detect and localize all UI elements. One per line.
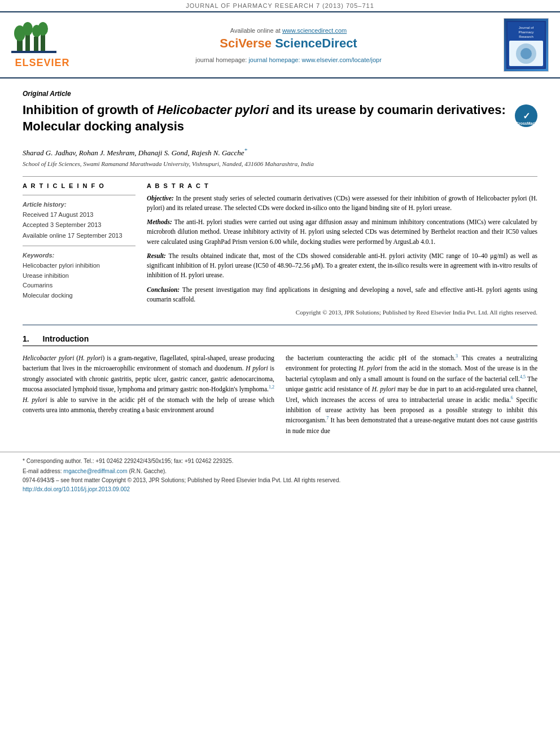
abstract-header: A B S T R A C T	[147, 182, 537, 189]
introduction-body: Helicobacter pylori (H. pylori) is a gra…	[23, 353, 537, 440]
abstract-methods: Methods: The anti-H. pylori studies were…	[147, 217, 537, 247]
svg-text:CrossMark: CrossMark	[516, 121, 536, 125]
journal-bar-text: JOURNAL OF PHARMACY RESEARCH 7 (2013) 70…	[186, 2, 374, 9]
introduction-title: 1. Introduction	[23, 334, 537, 346]
received-date: Received 17 August 2013	[23, 210, 135, 220]
corresponding-author-note: * Corresponding author. Tel.: +91 02462 …	[23, 457, 537, 466]
divider-1	[23, 176, 537, 177]
info-divider	[23, 195, 135, 195]
journal-bar: JOURNAL OF PHARMACY RESEARCH 7 (2013) 70…	[0, 0, 560, 12]
page-footer: * Corresponding author. Tel.: +91 02462 …	[0, 452, 560, 499]
article-info-header: A R T I C L E I N F O	[23, 182, 135, 189]
email-suffix: (R.N. Gacche).	[129, 468, 167, 474]
svg-text:Journal of: Journal of	[519, 26, 534, 29]
affiliation: School of Life Sciences, Swami Ramanand …	[23, 160, 537, 167]
abstract-copyright: Copyright © 2013, JPR Solutions; Publish…	[147, 309, 537, 316]
elsevier-logo: ELSEVIER	[11, 21, 73, 69]
elsevier-tree-icon	[11, 21, 73, 55]
article-type: Original Article	[23, 90, 537, 98]
methods-label: Methods:	[147, 219, 174, 225]
section-heading: Introduction	[43, 334, 89, 343]
svg-text:✓: ✓	[523, 111, 530, 121]
intro-right-col: the bacterium counteracting the acidic p…	[286, 353, 537, 440]
svg-text:Research: Research	[519, 35, 533, 38]
intro-left-col: Helicobacter pylori (H. pylori) is a gra…	[23, 353, 274, 440]
accepted-date: Accepted 3 September 2013	[23, 220, 135, 230]
sciverse-title: SciVerse ScienceDirect	[220, 36, 357, 51]
article-info-column: A R T I C L E I N F O Article history: R…	[23, 182, 135, 316]
intro-right-para: the bacterium counteracting the acidic p…	[286, 353, 537, 436]
journal-cover-svg: Journal of Pharmacy Research	[506, 21, 546, 69]
svg-text:Pharmacy: Pharmacy	[518, 30, 533, 34]
issn-line: 0974-6943/$ – see front matter Copyright…	[23, 476, 537, 485]
crossmark-svg: ✓ CrossMark	[515, 104, 537, 127]
doi-line: http://dx.doi.org/10.1016/j.jopr.2013.09…	[23, 485, 537, 494]
keyword-2: Urease inhibition	[23, 271, 135, 281]
email-link[interactable]: rngacche@rediffmail.com	[63, 468, 127, 474]
svg-point-16	[520, 48, 532, 59]
result-text: The results obtained indicate that, most…	[147, 252, 537, 279]
main-content: Original Article Inhibition of growth of…	[0, 78, 560, 452]
crossmark-icon: ✓ CrossMark	[515, 104, 537, 127]
objective-text: In the present study series of selected …	[147, 195, 537, 211]
svg-rect-8	[11, 51, 56, 53]
result-label: Result:	[147, 252, 168, 259]
keywords-divider	[23, 246, 135, 246]
article-title: Inhibition of growth of Helicobacter pyl…	[23, 102, 509, 134]
available-online-date: Available online 17 September 2013	[23, 231, 135, 241]
elsevier-wordmark: ELSEVIER	[15, 57, 69, 69]
intro-left-para: Helicobacter pylori (H. pylori) is a gra…	[23, 353, 274, 415]
journal-homepage: journal homepage: journal homepage: www.…	[195, 56, 382, 63]
sciverse-text: SciVerse	[220, 36, 275, 50]
conclusion-label: Conclusion:	[147, 286, 182, 293]
info-abstract-section: A R T I C L E I N F O Article history: R…	[23, 182, 537, 316]
abstract-result: Result: The results obtained indicate th…	[147, 251, 537, 281]
svg-rect-6	[41, 33, 45, 52]
available-online-text: Available online at www.sciencedirect.co…	[230, 27, 347, 34]
page-header: ELSEVIER Available online at www.science…	[0, 12, 560, 78]
keyword-3: Coumarins	[23, 281, 135, 291]
svg-point-3	[23, 22, 33, 36]
authors: Sharad G. Jadhav, Rohan J. Meshram, Dhan…	[23, 147, 537, 158]
abstract-objective: Objective: In the present study series o…	[147, 194, 537, 213]
journal-cover-image: Journal of Pharmacy Research	[504, 18, 549, 72]
keyword-4: Molecular docking	[23, 291, 135, 301]
svg-point-7	[38, 22, 48, 36]
header-center: Available online at www.sciencedirect.co…	[73, 27, 504, 63]
svg-rect-5	[34, 37, 38, 52]
keyword-1: Helicobacter pylori inhibition	[23, 261, 135, 271]
email-label: E-mail address:	[23, 468, 62, 474]
conclusion-text: The present investigation may find appli…	[147, 286, 537, 303]
email-line: E-mail address: rngacche@rediffmail.com …	[23, 467, 537, 476]
main-divider	[23, 325, 537, 325]
keywords-label: Keywords:	[23, 252, 135, 259]
abstract-column: A B S T R A C T Objective: In the presen…	[147, 182, 537, 316]
doi-link[interactable]: http://dx.doi.org/10.1016/j.jopr.2013.09…	[23, 486, 130, 492]
objective-label: Objective:	[147, 195, 176, 202]
title-row: Inhibition of growth of Helicobacter pyl…	[23, 102, 537, 141]
keywords-section: Keywords: Helicobacter pylori inhibition…	[23, 252, 135, 300]
homepage-link[interactable]: journal homepage: www.elsevier.com/locat…	[248, 56, 381, 63]
history-label: Article history:	[23, 201, 135, 208]
introduction-section: 1. Introduction Helicobacter pylori (H. …	[23, 334, 537, 440]
section-number: 1.	[23, 334, 29, 343]
abstract-conclusion: Conclusion: The present investigation ma…	[147, 285, 537, 305]
sciencedirect-text: ScienceDirect	[275, 36, 357, 50]
sciencedirect-link[interactable]: www.sciencedirect.com	[282, 27, 347, 34]
methods-text: The anti-H. pylori studies were carried …	[147, 219, 537, 245]
